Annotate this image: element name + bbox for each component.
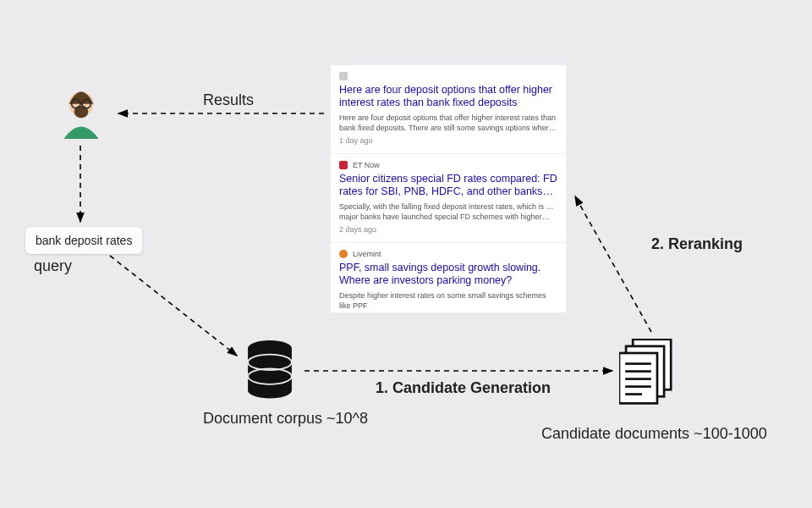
user-icon xyxy=(53,85,109,141)
result-snippet: Here are four deposit options that offer… xyxy=(339,113,557,133)
result-age: 1 day ago xyxy=(339,136,557,145)
results-label: Results xyxy=(203,91,254,109)
result-title: Senior citizens special FD rates compare… xyxy=(339,173,557,198)
database-icon xyxy=(244,340,296,403)
result-title: Here are four deposit options that offer… xyxy=(339,84,557,109)
result-snippet: Specially, with the falling fixed deposi… xyxy=(339,202,557,222)
svg-line-4 xyxy=(575,196,651,332)
step2-label: 2. Reranking xyxy=(651,235,743,253)
query-text: bank deposit rates xyxy=(25,227,142,254)
result-age: 2 days ago xyxy=(339,225,557,234)
query-value: bank deposit rates xyxy=(36,234,132,247)
source-favicon xyxy=(339,250,348,258)
source-favicon xyxy=(339,72,348,80)
step1-label: 1. Candidate Generation xyxy=(376,379,551,397)
result-card: Here are four deposit options that offer… xyxy=(331,65,566,154)
results-panel: Here are four deposit options that offer… xyxy=(330,64,567,313)
svg-line-2 xyxy=(110,256,237,356)
result-title: PPF, small savings deposit growth slowin… xyxy=(339,262,557,287)
documents-icon xyxy=(619,339,680,413)
result-source: ET Now xyxy=(353,161,380,169)
result-card: Livemint PPF, small savings deposit grow… xyxy=(331,243,566,312)
query-label: query xyxy=(34,257,72,275)
result-card: ET Now Senior citizens special FD rates … xyxy=(331,154,566,243)
svg-rect-6 xyxy=(74,106,89,118)
result-source: Livemint xyxy=(353,250,381,258)
source-favicon xyxy=(339,161,348,169)
candidates-label: Candidate documents ~100-1000 xyxy=(541,425,767,443)
result-snippet: Despite higher interest rates on some sm… xyxy=(339,290,557,311)
corpus-label: Document corpus ~10^8 xyxy=(203,410,368,428)
